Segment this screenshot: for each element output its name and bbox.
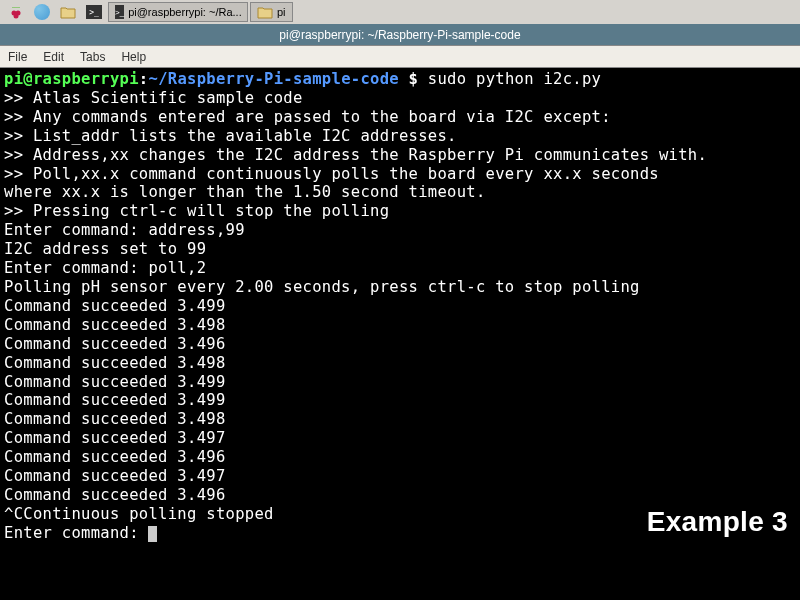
output-line: I2C address set to 99 xyxy=(4,240,796,259)
browser-icon[interactable] xyxy=(30,2,54,22)
output-line: Command succeeded 3.499 xyxy=(4,391,796,410)
window-titlebar: pi@raspberrypi: ~/Raspberry-Pi-sample-co… xyxy=(0,24,800,46)
terminal-tab-icon: >_ xyxy=(115,5,124,19)
prompt-path: ~/Raspberry-Pi-sample-code xyxy=(149,70,399,88)
rpi-menu-icon[interactable] xyxy=(4,2,28,22)
prompt-line: pi@raspberrypi:~/Raspberry-Pi-sample-cod… xyxy=(4,70,796,89)
output-line: Command succeeded 3.498 xyxy=(4,410,796,429)
task-tab-label: pi xyxy=(277,6,286,18)
window-title: pi@raspberrypi: ~/Raspberry-Pi-sample-co… xyxy=(279,28,520,42)
prompt-colon: : xyxy=(139,70,149,88)
output-line: >> Address,xx changes the I2C address th… xyxy=(4,146,796,165)
menu-tabs[interactable]: Tabs xyxy=(80,50,105,64)
output-line: Command succeeded 3.496 xyxy=(4,448,796,467)
terminal-icon[interactable]: >_ xyxy=(82,2,106,22)
folder-tab-icon xyxy=(257,5,273,19)
output-line: Command succeeded 3.498 xyxy=(4,316,796,335)
output-line: >> Poll,xx.x command continuously polls … xyxy=(4,165,796,184)
output-line: >> Atlas Scientific sample code xyxy=(4,89,796,108)
entered-command: sudo python i2c.py xyxy=(428,70,601,88)
menu-file[interactable]: File xyxy=(8,50,27,64)
task-tab-folder[interactable]: pi xyxy=(250,2,293,22)
task-tab-label: pi@raspberrypi: ~/Ra... xyxy=(128,6,242,18)
cursor xyxy=(148,526,157,542)
output-line: Polling pH sensor every 2.00 seconds, pr… xyxy=(4,278,796,297)
output-line: Command succeeded 3.496 xyxy=(4,335,796,354)
enter-command-prompt: Enter command: xyxy=(4,524,148,542)
taskbar: >_ >_ pi@raspberrypi: ~/Ra... pi xyxy=(0,0,800,24)
output-line: Command succeeded 3.498 xyxy=(4,354,796,373)
output-line: Enter command: address,99 xyxy=(4,221,796,240)
output-line: Command succeeded 3.497 xyxy=(4,429,796,448)
prompt-dollar: $ xyxy=(399,70,428,88)
menu-edit[interactable]: Edit xyxy=(43,50,64,64)
output-line: Enter command: poll,2 xyxy=(4,259,796,278)
output-line: >> Any commands entered are passed to th… xyxy=(4,108,796,127)
output-line: >> Pressing ctrl-c will stop the polling xyxy=(4,202,796,221)
menubar: File Edit Tabs Help xyxy=(0,46,800,68)
output-line: Command succeeded 3.497 xyxy=(4,467,796,486)
svg-point-2 xyxy=(14,14,19,19)
example-badge: Example 3 xyxy=(647,505,788,539)
terminal-area[interactable]: pi@raspberrypi:~/Raspberry-Pi-sample-cod… xyxy=(0,68,800,545)
menu-help[interactable]: Help xyxy=(121,50,146,64)
output-line: Command succeeded 3.499 xyxy=(4,297,796,316)
task-tab-terminal[interactable]: >_ pi@raspberrypi: ~/Ra... xyxy=(108,2,248,22)
output-line: >> List_addr lists the available I2C add… xyxy=(4,127,796,146)
output-line: Command succeeded 3.496 xyxy=(4,486,796,505)
output-line: where xx.x is longer than the 1.50 secon… xyxy=(4,183,796,202)
output-line: Command succeeded 3.499 xyxy=(4,373,796,392)
filemanager-icon[interactable] xyxy=(56,2,80,22)
prompt-userhost: pi@raspberrypi xyxy=(4,70,139,88)
